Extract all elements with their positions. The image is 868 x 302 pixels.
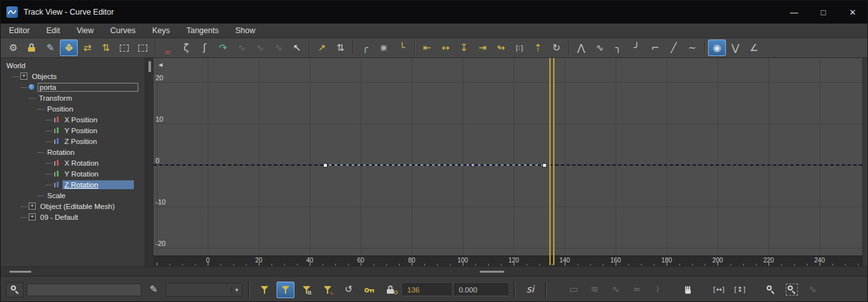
track-position[interactable]: Position (1, 103, 145, 114)
menu-editor[interactable]: Editor (1, 24, 38, 38)
track-z-position[interactable]: Z Position (1, 136, 145, 147)
show-keyable-tracks-icon[interactable] (361, 282, 379, 298)
menu-keys[interactable]: Keys (144, 24, 178, 38)
set-tangents-spline-icon[interactable]: ∿ (591, 40, 609, 56)
zoom-horizontal-extents-icon[interactable]: [↔] (710, 282, 728, 298)
maximize-button[interactable]: □ (809, 1, 838, 24)
set-tangents-linear-icon[interactable]: ╱ (665, 40, 683, 56)
filters-icon[interactable]: ⚙ (4, 40, 22, 56)
track-y-rotation[interactable]: Y Rotation (1, 168, 145, 179)
filter-selected-objects-icon[interactable] (277, 282, 294, 298)
show-tangents-icon[interactable]: ⋁ (727, 40, 744, 56)
zoom-selected-object-button[interactable] (6, 282, 24, 298)
expander-icon[interactable]: + (20, 73, 27, 80)
flatten-keys-icon[interactable]: ↧ (455, 40, 473, 56)
zoom-region-icon[interactable] (783, 282, 800, 298)
spring-utility-icon[interactable]: ζ (177, 40, 195, 56)
key-stats-icon[interactable]: si (521, 282, 539, 298)
track-world[interactable]: World (1, 60, 145, 71)
tree-horizontal-scrollbar[interactable] (10, 271, 31, 273)
keyframe-key[interactable] (542, 163, 547, 168)
menu-tangents[interactable]: Tangents (178, 24, 227, 38)
retime-tool-icon[interactable] (115, 40, 133, 56)
lock-selection-icon[interactable] (23, 40, 41, 56)
track-filter-input[interactable] (27, 284, 141, 296)
move-keys-horizontal-icon[interactable]: ⇄ (78, 40, 96, 56)
keyframe-key[interactable] (471, 163, 475, 167)
filter-animated-tracks-icon[interactable] (298, 282, 315, 298)
chevron-down-icon[interactable]: ▾ (231, 287, 242, 293)
track-x-rotation[interactable]: X Rotation (1, 157, 145, 168)
nudge-keys-icon[interactable]: ⇅ (331, 40, 349, 56)
unify-tangents-icon[interactable]: ╰ (393, 40, 411, 56)
stretch-keys-icon[interactable]: ↔ (437, 40, 454, 56)
simplify-curve-icon[interactable]: ↷ (214, 40, 232, 56)
track-set-dropdown[interactable]: ▾ (166, 283, 242, 297)
zoom-mode-icon[interactable] (762, 282, 779, 298)
track-y-position[interactable]: Y Position (1, 125, 145, 136)
menu-edit[interactable]: Edit (38, 24, 69, 38)
menu-view[interactable]: View (68, 24, 102, 38)
track-transform[interactable]: Transform (1, 92, 145, 103)
menu-curves[interactable]: Curves (102, 24, 144, 38)
key-value-field[interactable]: 0.000 (454, 284, 508, 296)
set-tangents-step-icon[interactable]: ⌐ (646, 40, 664, 56)
damper-utility-icon[interactable]: ʃ (196, 40, 213, 56)
move-keys-vertical-icon[interactable]: ⇅ (97, 40, 115, 56)
set-tangents-auto-icon[interactable]: ⋀ (572, 40, 590, 56)
set-tangents-slow-icon: ╯ (633, 43, 639, 53)
track-scale[interactable]: Scale (1, 190, 145, 201)
expander-icon[interactable]: + (29, 213, 36, 220)
zoom-value-extents-icon[interactable]: [↕] (731, 282, 749, 298)
region-keys-tool-icon[interactable] (134, 40, 152, 56)
draw-curves-icon[interactable]: ✎ (41, 40, 59, 56)
show-end-tangents-icon[interactable]: ∠ (745, 40, 763, 56)
time-ruler[interactable]: 020406080100120140160180200220240 (154, 255, 862, 266)
set-tangents-slow-icon[interactable]: ╯ (628, 40, 646, 56)
close-button[interactable]: ✕ (838, 1, 867, 24)
set-tangents-smooth-icon[interactable]: ∼ (683, 40, 701, 56)
move-selected-keys-icon[interactable]: ↗ (313, 40, 331, 56)
select-keys-cursor-icon[interactable]: ↖ (288, 40, 306, 56)
snap-frames-icon[interactable]: [∶] (510, 40, 528, 56)
menu-show[interactable]: Show (227, 24, 263, 38)
track-x-position[interactable]: X Position (1, 114, 145, 125)
offset-keys-icon[interactable]: ↬ (492, 40, 510, 56)
reduce-keys-icon[interactable]: ‗ (159, 40, 177, 56)
key-time-field[interactable]: 136 (403, 284, 451, 296)
track-09-default[interactable]: +09 - Default (1, 212, 145, 222)
minimize-button[interactable]: — (779, 1, 809, 24)
expander-icon[interactable]: + (29, 203, 36, 210)
move-keys-icon[interactable]: ↔↕ (60, 40, 78, 56)
keyframe-key[interactable] (323, 163, 328, 168)
set-tangents-spline-icon: ∿ (596, 43, 604, 53)
tree-vertical-scrollbar[interactable] (145, 58, 154, 266)
curve-plot-area[interactable]: 20100-10-20◄ (154, 58, 862, 255)
edit-track-set-icon[interactable]: ✎ (145, 282, 163, 298)
filter-selected-tracks-icon[interactable] (256, 282, 273, 298)
track-z-rotation[interactable]: Z Rotation (1, 179, 145, 190)
track-rotation[interactable]: Rotation (1, 147, 145, 157)
time-slider-line[interactable] (553, 58, 554, 265)
set-tangents-fast-icon[interactable]: ╮ (609, 40, 627, 56)
track-object-editable-mesh[interactable]: +Object (Editable Mesh) (1, 201, 145, 212)
animation-curve[interactable] (154, 164, 862, 166)
scrollbar-handle[interactable] (148, 61, 151, 72)
collapse-pane-arrow-icon[interactable]: ◄ (157, 61, 164, 68)
interactive-update-toggle-icon[interactable]: ◉ (708, 40, 726, 56)
time-slider-line[interactable] (549, 58, 551, 265)
track-porta[interactable]: porta (1, 82, 145, 92)
track-objects[interactable]: +Objects (1, 71, 145, 82)
snap-frames-icon[interactable]: ↺ (340, 282, 358, 298)
filter-active-tracks-icon[interactable]: ∿ (319, 282, 336, 298)
align-keys-start-icon[interactable]: ⇤ (418, 40, 436, 56)
space-keys-icon[interactable]: ⇥ (474, 40, 491, 56)
break-tangents-icon[interactable]: ⋇ (375, 40, 393, 56)
plot-horizontal-scrollbar[interactable] (480, 271, 504, 273)
pan-icon[interactable] (679, 282, 697, 298)
plot-vertical-scrollbar[interactable] (862, 58, 868, 266)
cycle-keys-icon[interactable]: ↻ (547, 40, 565, 56)
lock-selected-keys-icon[interactable] (382, 282, 400, 298)
lift-keys-icon[interactable]: ⇡ (529, 40, 547, 56)
ease-tangent-icon[interactable]: ╭ (356, 40, 374, 56)
